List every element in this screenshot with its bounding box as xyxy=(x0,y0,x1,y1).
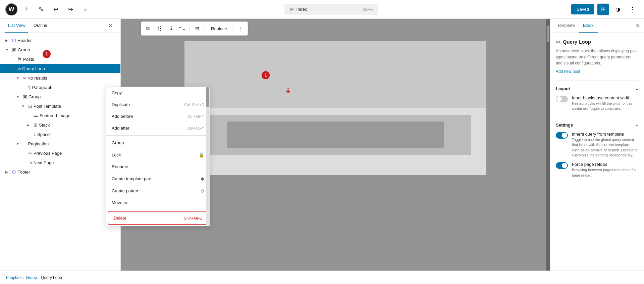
add-block-button[interactable]: + xyxy=(20,3,32,15)
group-label: Group xyxy=(18,47,115,52)
breadcrumb-template[interactable]: Template xyxy=(5,275,22,280)
copy-block-button[interactable]: ⧉ xyxy=(143,23,153,34)
toggle-header[interactable] xyxy=(5,39,11,42)
tree-item-group2[interactable]: ▣ Group xyxy=(0,92,120,101)
top-bar-right: Saved ⊞ ◑ ⋮ xyxy=(571,3,639,15)
link-button[interactable]: ⛓ xyxy=(154,23,165,34)
inner-blocks-toggle[interactable] xyxy=(556,96,568,102)
inherit-query-toggle[interactable] xyxy=(556,132,568,139)
breadcrumb-sep-2: › xyxy=(38,275,40,280)
breadcrumb-bar: Template › Group › Query Loop xyxy=(0,271,644,284)
menu-item-rename[interactable]: Rename xyxy=(106,161,210,173)
toggle-group2[interactable] xyxy=(16,95,21,99)
redo-button[interactable]: ↪ xyxy=(64,3,76,15)
menu-item-add-before[interactable]: Add before Ctrl+Alt+T xyxy=(106,110,210,122)
layout-collapse-arrow: ▲ xyxy=(635,87,639,91)
menu-item-delete[interactable]: Delete Shift+Alt+Z 2 xyxy=(108,211,208,225)
tree-item-query-loop[interactable]: ∞ Query Loop ⋮ xyxy=(0,64,120,73)
tree-item-prev-page[interactable]: «· Previous Page xyxy=(0,148,120,158)
search-bar[interactable]: ⊞ Index Ctrl+K xyxy=(284,4,378,15)
toggle-pagination[interactable] xyxy=(16,142,21,146)
tree-item-spacer[interactable]: ↕ Spacer xyxy=(0,130,120,139)
group2-label: Group xyxy=(29,94,115,99)
toggle-stack[interactable] xyxy=(27,123,32,127)
canvas-placeholder-top xyxy=(184,41,486,108)
posts-label: Posts xyxy=(23,57,115,62)
menu-item-move-to[interactable]: Move to xyxy=(106,197,210,208)
menu-scrollbar[interactable] xyxy=(206,87,210,226)
settings-section-title[interactable]: Settings ▲ xyxy=(556,123,639,128)
saved-button[interactable]: Saved xyxy=(571,4,594,14)
tree-item-paragraph[interactable]: ¶ Paragraph xyxy=(0,83,120,92)
separator-2 xyxy=(106,210,210,210)
settings-collapse-arrow: ▲ xyxy=(635,123,639,127)
toggle-post-template[interactable] xyxy=(21,104,27,108)
toggle-no-results[interactable] xyxy=(16,76,21,80)
wp-logo-button[interactable]: W xyxy=(5,3,17,15)
menu-item-copy[interactable]: Copy xyxy=(106,87,210,99)
edit-button[interactable]: ✎ xyxy=(35,3,47,15)
top-bar-center: ⊞ Index Ctrl+K xyxy=(284,4,378,15)
breadcrumb-sep-1: › xyxy=(23,275,24,280)
panel-close-button[interactable]: ✕ xyxy=(106,21,115,31)
tab-template[interactable]: Template xyxy=(553,19,579,33)
post-template-icon: ⊟ xyxy=(28,103,32,109)
tree-item-post-template[interactable]: ⊟ Post Template xyxy=(0,101,120,111)
more-block-icon: ⋮ xyxy=(238,26,243,31)
copy-block-icon: ⧉ xyxy=(146,26,150,32)
header-icon: ⬡ xyxy=(12,38,16,43)
tree-item-pagination[interactable]: ··· Pagination xyxy=(0,139,120,148)
tree-item-stack[interactable]: ⊞ Stack xyxy=(0,120,120,130)
add-new-post-link[interactable]: Add new post xyxy=(556,69,580,74)
tab-list-view[interactable]: List View xyxy=(5,19,28,33)
group-label-menu: Group xyxy=(112,140,124,145)
inner-blocks-desc: Nested blocks will fill the width of thi… xyxy=(572,101,639,111)
breadcrumb-group[interactable]: Group xyxy=(26,275,37,280)
move-up-down-button[interactable]: ⌃⌄ xyxy=(177,23,187,34)
stack-icon: ⊞ xyxy=(34,122,38,128)
contrast-button[interactable]: ◑ xyxy=(612,3,624,15)
right-panel-close[interactable]: ✕ xyxy=(634,21,641,30)
canvas-scrollbar[interactable] xyxy=(546,19,550,271)
replace-button[interactable]: Replace xyxy=(207,25,231,33)
search-icon: ⊞ xyxy=(290,7,294,12)
tree-item-next-page[interactable]: ·» Next Page xyxy=(0,158,120,167)
tree-item-posts[interactable]: ⚑ Posts xyxy=(0,54,120,64)
list-view-button[interactable]: ≡ xyxy=(79,3,91,15)
layout-section-title[interactable]: Layout ▲ xyxy=(556,86,639,91)
plus-icon: + xyxy=(24,6,28,13)
tree-item-featured-image[interactable]: ▬ Featured Image xyxy=(0,111,120,120)
more-options-button[interactable]: ⋮ xyxy=(627,3,639,15)
footer-icon: ⬡ xyxy=(12,169,16,175)
tree-item-header[interactable]: ⬡ Header xyxy=(0,36,120,45)
toggle-group[interactable] xyxy=(5,48,11,52)
inherit-query-info: Inherit query from template Toggle to us… xyxy=(572,132,639,158)
menu-item-create-pattern[interactable]: Create pattern ◇ xyxy=(106,185,210,197)
menu-item-group[interactable]: Group xyxy=(106,137,210,149)
toggle-query-loop[interactable] xyxy=(11,67,16,70)
view-button[interactable]: ⊞ xyxy=(597,3,609,15)
top-bar: W + ✎ ↩ ↪ ≡ ⊞ Index Ctrl+K Saved ⊞ ◑ xyxy=(0,0,644,19)
drag-button[interactable]: ⠿ xyxy=(165,23,176,34)
force-reload-toggle[interactable] xyxy=(556,162,568,169)
menu-item-duplicate[interactable]: Duplicate Ctrl+Shift+D xyxy=(106,99,210,110)
tab-outline[interactable]: Outline xyxy=(31,19,50,33)
menu-item-add-after[interactable]: Add after Ctrl+Alt+Y xyxy=(106,122,210,134)
canvas-step1-container: 1 xyxy=(262,71,270,79)
tree-item-group[interactable]: ▣ Group xyxy=(0,45,120,54)
menu-item-create-template[interactable]: Create template part ◆ xyxy=(106,173,210,185)
layout-title-label: Layout xyxy=(556,86,570,91)
tree-item-no-results[interactable]: ∞ No results xyxy=(0,73,120,83)
tree-item-footer[interactable]: ⬡ Footer xyxy=(0,167,120,177)
align-button[interactable]: ⊟ xyxy=(192,23,203,34)
tab-block[interactable]: Block xyxy=(579,19,598,33)
footer-label: Footer xyxy=(17,170,115,175)
undo-button[interactable]: ↩ xyxy=(50,3,62,15)
arrow-indicator: ➜ xyxy=(284,87,292,93)
canvas-block xyxy=(200,115,471,155)
query-loop-options[interactable]: ⋮ xyxy=(107,66,115,71)
more-block-options[interactable]: ⋮ xyxy=(235,23,246,34)
toggle-footer[interactable] xyxy=(5,170,11,174)
menu-item-lock[interactable]: Lock 🔒 xyxy=(106,149,210,161)
search-shortcut: Ctrl+K xyxy=(363,7,373,11)
